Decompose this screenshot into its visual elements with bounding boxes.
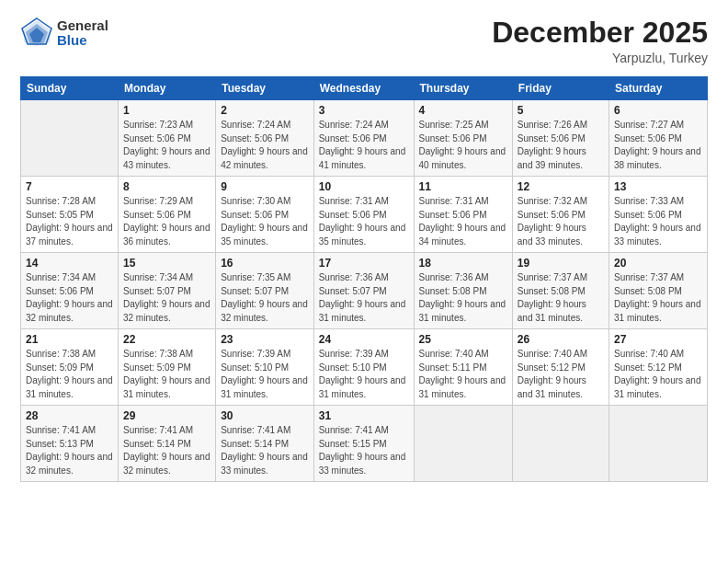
day-number: 11 bbox=[419, 180, 507, 193]
day-info: Sunrise: 7:40 AMSunset: 5:12 PMDaylight:… bbox=[518, 348, 604, 401]
logo-icon bbox=[20, 17, 53, 50]
calendar-day-cell: 16Sunrise: 7:35 AMSunset: 5:07 PMDayligh… bbox=[216, 253, 314, 329]
day-info: Sunrise: 7:36 AMSunset: 5:08 PMDaylight:… bbox=[419, 271, 507, 325]
day-info: Sunrise: 7:40 AMSunset: 5:12 PMDaylight:… bbox=[614, 348, 702, 401]
calendar-day-cell: 14Sunrise: 7:34 AMSunset: 5:06 PMDayligh… bbox=[21, 253, 119, 329]
calendar-week-row: 21Sunrise: 7:38 AMSunset: 5:09 PMDayligh… bbox=[21, 329, 708, 406]
calendar-day-cell: 8Sunrise: 7:29 AMSunset: 5:06 PMDaylight… bbox=[118, 177, 215, 253]
calendar-day-cell: 9Sunrise: 7:30 AMSunset: 5:06 PMDaylight… bbox=[216, 177, 314, 253]
day-number: 3 bbox=[319, 104, 409, 117]
location-subtitle: Yarpuzlu, Turkey bbox=[492, 51, 708, 65]
logo-blue-text: Blue bbox=[57, 33, 108, 49]
day-number: 21 bbox=[26, 333, 113, 346]
day-number: 9 bbox=[221, 180, 309, 193]
day-info: Sunrise: 7:24 AMSunset: 5:06 PMDaylight:… bbox=[319, 119, 409, 172]
day-number: 15 bbox=[123, 257, 210, 270]
calendar-day-cell: 10Sunrise: 7:31 AMSunset: 5:06 PMDayligh… bbox=[313, 177, 414, 253]
calendar-day-cell: 29Sunrise: 7:41 AMSunset: 5:14 PMDayligh… bbox=[118, 406, 215, 482]
calendar-day-cell: 5Sunrise: 7:26 AMSunset: 5:06 PMDaylight… bbox=[512, 100, 609, 177]
day-info: Sunrise: 7:33 AMSunset: 5:06 PMDaylight:… bbox=[614, 195, 702, 248]
calendar-day-cell: 2Sunrise: 7:24 AMSunset: 5:06 PMDaylight… bbox=[216, 100, 314, 177]
day-number: 4 bbox=[419, 104, 507, 117]
header: General Blue December 2025 Yarpuzlu, Tur… bbox=[20, 17, 708, 65]
calendar-day-cell: 15Sunrise: 7:34 AMSunset: 5:07 PMDayligh… bbox=[118, 253, 215, 329]
day-info: Sunrise: 7:35 AMSunset: 5:07 PMDaylight:… bbox=[221, 271, 309, 325]
day-number: 28 bbox=[26, 409, 113, 422]
day-info: Sunrise: 7:25 AMSunset: 5:06 PMDaylight:… bbox=[419, 119, 507, 172]
day-number: 30 bbox=[221, 409, 309, 422]
day-info: Sunrise: 7:38 AMSunset: 5:09 PMDaylight:… bbox=[123, 348, 210, 401]
day-info: Sunrise: 7:32 AMSunset: 5:06 PMDaylight:… bbox=[518, 195, 604, 248]
day-info: Sunrise: 7:34 AMSunset: 5:06 PMDaylight:… bbox=[26, 271, 113, 325]
day-number: 23 bbox=[221, 333, 309, 346]
calendar-day-cell bbox=[609, 406, 707, 482]
day-number: 13 bbox=[614, 180, 702, 193]
day-info: Sunrise: 7:39 AMSunset: 5:10 PMDaylight:… bbox=[319, 348, 409, 401]
calendar-week-row: 14Sunrise: 7:34 AMSunset: 5:06 PMDayligh… bbox=[21, 253, 708, 329]
day-info: Sunrise: 7:40 AMSunset: 5:11 PMDaylight:… bbox=[419, 348, 507, 401]
calendar-day-cell: 28Sunrise: 7:41 AMSunset: 5:13 PMDayligh… bbox=[21, 406, 119, 482]
calendar-day-cell: 22Sunrise: 7:38 AMSunset: 5:09 PMDayligh… bbox=[118, 329, 215, 406]
day-info: Sunrise: 7:36 AMSunset: 5:07 PMDaylight:… bbox=[319, 271, 409, 325]
weekday-header: Thursday bbox=[414, 77, 512, 100]
day-number: 31 bbox=[319, 409, 409, 422]
day-number: 24 bbox=[319, 333, 409, 346]
calendar-header-row: SundayMondayTuesdayWednesdayThursdayFrid… bbox=[21, 77, 708, 100]
logo-text: General Blue bbox=[57, 18, 108, 49]
calendar-day-cell: 23Sunrise: 7:39 AMSunset: 5:10 PMDayligh… bbox=[216, 329, 314, 406]
calendar-day-cell: 3Sunrise: 7:24 AMSunset: 5:06 PMDaylight… bbox=[313, 100, 414, 177]
day-number: 2 bbox=[221, 104, 309, 117]
day-number: 17 bbox=[319, 257, 409, 270]
day-info: Sunrise: 7:37 AMSunset: 5:08 PMDaylight:… bbox=[518, 271, 604, 325]
calendar-day-cell: 30Sunrise: 7:41 AMSunset: 5:14 PMDayligh… bbox=[216, 406, 314, 482]
day-number: 18 bbox=[419, 257, 507, 270]
calendar-day-cell: 20Sunrise: 7:37 AMSunset: 5:08 PMDayligh… bbox=[609, 253, 707, 329]
day-number: 6 bbox=[614, 104, 702, 117]
calendar-day-cell: 25Sunrise: 7:40 AMSunset: 5:11 PMDayligh… bbox=[414, 329, 512, 406]
day-number: 5 bbox=[518, 104, 604, 117]
calendar-week-row: 1Sunrise: 7:23 AMSunset: 5:06 PMDaylight… bbox=[21, 100, 708, 177]
calendar-day-cell: 27Sunrise: 7:40 AMSunset: 5:12 PMDayligh… bbox=[609, 329, 707, 406]
day-info: Sunrise: 7:27 AMSunset: 5:06 PMDaylight:… bbox=[614, 119, 702, 172]
weekday-header: Friday bbox=[512, 77, 609, 100]
day-info: Sunrise: 7:41 AMSunset: 5:13 PMDaylight:… bbox=[26, 424, 113, 477]
day-info: Sunrise: 7:39 AMSunset: 5:10 PMDaylight:… bbox=[221, 348, 309, 401]
weekday-header: Wednesday bbox=[313, 77, 414, 100]
day-info: Sunrise: 7:41 AMSunset: 5:14 PMDaylight:… bbox=[221, 424, 309, 477]
calendar-day-cell: 11Sunrise: 7:31 AMSunset: 5:06 PMDayligh… bbox=[414, 177, 512, 253]
calendar-day-cell: 7Sunrise: 7:28 AMSunset: 5:05 PMDaylight… bbox=[21, 177, 119, 253]
day-info: Sunrise: 7:38 AMSunset: 5:09 PMDaylight:… bbox=[26, 348, 113, 401]
calendar-week-row: 7Sunrise: 7:28 AMSunset: 5:05 PMDaylight… bbox=[21, 177, 708, 253]
calendar-day-cell: 12Sunrise: 7:32 AMSunset: 5:06 PMDayligh… bbox=[512, 177, 609, 253]
calendar-day-cell bbox=[512, 406, 609, 482]
calendar-day-cell: 1Sunrise: 7:23 AMSunset: 5:06 PMDaylight… bbox=[118, 100, 215, 177]
calendar-table: SundayMondayTuesdayWednesdayThursdayFrid… bbox=[20, 76, 708, 482]
calendar-day-cell: 21Sunrise: 7:38 AMSunset: 5:09 PMDayligh… bbox=[21, 329, 119, 406]
calendar-day-cell: 17Sunrise: 7:36 AMSunset: 5:07 PMDayligh… bbox=[313, 253, 414, 329]
day-info: Sunrise: 7:37 AMSunset: 5:08 PMDaylight:… bbox=[614, 271, 702, 325]
day-number: 14 bbox=[26, 257, 113, 270]
day-number: 29 bbox=[123, 409, 210, 422]
day-number: 10 bbox=[319, 180, 409, 193]
day-number: 20 bbox=[614, 257, 702, 270]
title-area: December 2025 Yarpuzlu, Turkey bbox=[492, 17, 708, 65]
calendar-day-cell: 24Sunrise: 7:39 AMSunset: 5:10 PMDayligh… bbox=[313, 329, 414, 406]
calendar-day-cell: 4Sunrise: 7:25 AMSunset: 5:06 PMDaylight… bbox=[414, 100, 512, 177]
weekday-header: Sunday bbox=[21, 77, 119, 100]
logo: General Blue bbox=[20, 17, 108, 50]
day-number: 7 bbox=[26, 180, 113, 193]
day-info: Sunrise: 7:31 AMSunset: 5:06 PMDaylight:… bbox=[319, 195, 409, 248]
calendar-day-cell: 13Sunrise: 7:33 AMSunset: 5:06 PMDayligh… bbox=[609, 177, 707, 253]
calendar-day-cell: 18Sunrise: 7:36 AMSunset: 5:08 PMDayligh… bbox=[414, 253, 512, 329]
day-info: Sunrise: 7:30 AMSunset: 5:06 PMDaylight:… bbox=[221, 195, 309, 248]
day-info: Sunrise: 7:26 AMSunset: 5:06 PMDaylight:… bbox=[518, 119, 604, 172]
month-title: December 2025 bbox=[492, 17, 708, 49]
calendar-day-cell: 6Sunrise: 7:27 AMSunset: 5:06 PMDaylight… bbox=[609, 100, 707, 177]
day-number: 19 bbox=[518, 257, 604, 270]
weekday-header: Monday bbox=[118, 77, 215, 100]
day-number: 1 bbox=[123, 104, 210, 117]
day-info: Sunrise: 7:41 AMSunset: 5:14 PMDaylight:… bbox=[123, 424, 210, 477]
calendar-day-cell: 31Sunrise: 7:41 AMSunset: 5:15 PMDayligh… bbox=[313, 406, 414, 482]
day-info: Sunrise: 7:29 AMSunset: 5:06 PMDaylight:… bbox=[123, 195, 210, 248]
day-number: 8 bbox=[123, 180, 210, 193]
